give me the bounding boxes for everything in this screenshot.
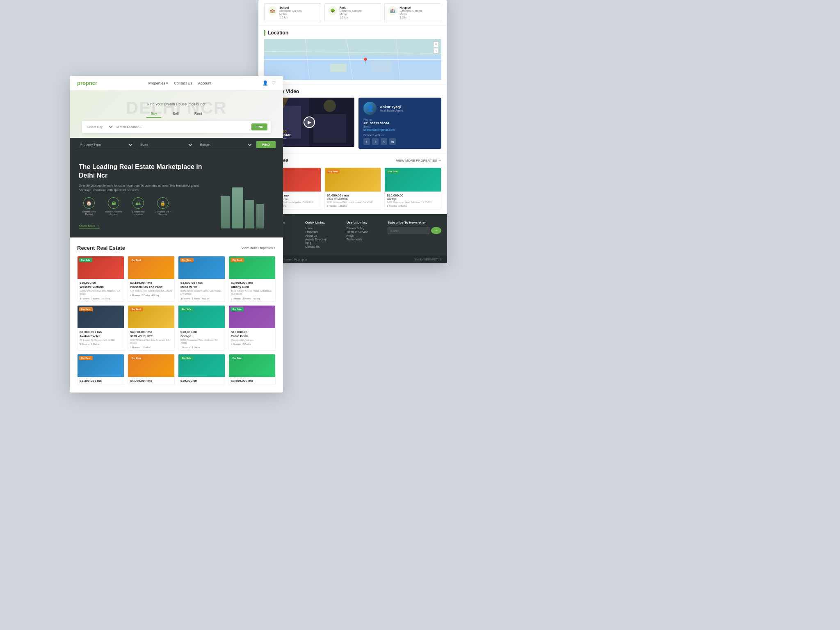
prop-name-6: Garage [180,334,223,338]
heart-icon[interactable]: ♡ [272,80,276,86]
tab-rent[interactable]: Rent [190,110,206,118]
feat-beds-2: 1 Rooms [387,205,397,207]
property-card-4[interactable]: For Rent $3,300.00 / mo Avalon Exeter 70… [77,305,124,351]
hospital-icon: 🏥 [388,6,397,15]
prop-baths-6: 1 Baths [192,346,200,349]
footer-section: ..., United States Quick Links: Home Pro… [258,214,447,256]
location-input[interactable] [116,125,250,129]
prop-name-4: Avalon Exeter [80,334,122,338]
view-more-recent[interactable]: View More Properties + [242,246,276,250]
city-select[interactable]: Select City [85,125,114,129]
instagram-icon[interactable]: i [372,138,379,145]
feat-body-1: $4,090.00 / mo 3033 WILSHIRE 3033 Wilshi… [325,192,381,209]
recent-header: Recent Real Estate View More Properties … [77,245,276,251]
property-card-2[interactable]: For Rent $3,500.00 / mo Mesa Verde 6000 … [178,256,225,302]
property-card-10[interactable]: For Sale $10,000.00 [178,354,225,385]
agent-email[interactable]: sales@webimpetus.com [363,128,436,131]
prop-details-3: 2 Rooms 2 Baths 750 sq [231,297,273,300]
school-dist: 1.2 km [279,16,301,19]
park-title: Park [340,6,362,9]
agent-name: Ankur Tyagi [380,105,403,109]
footer-link-about[interactable]: About Us [305,234,340,237]
agent-name-block: Ankur Tyagi Real Estate Agent [380,105,403,112]
quick-links-title: Quick Links: [305,221,340,224]
prop-beds-3: 2 Rooms [231,297,241,300]
feature-label-2: Exceptional Lifestyle [128,210,148,215]
footer-link-terms[interactable]: Terms of Service [347,231,382,233]
user-icon[interactable]: 👤 [262,80,268,86]
svg-rect-12 [313,114,346,143]
newsletter-title: Subscribe To Newsletter [388,221,441,224]
footer-link-agents[interactable]: Agents Directory [305,238,340,241]
newsletter-email-input[interactable] [388,227,429,234]
footer-link-faqs[interactable]: FAQs [347,234,382,237]
prop-details-1: 4 Rooms 2 Baths 460 sq [130,294,172,297]
feat-card-1[interactable]: For Rent $4,090.00 / mo 3033 WILSHIRE 30… [324,167,381,210]
prop-badge-4: For Rent [79,307,93,311]
map-zoom-in[interactable]: + [433,41,439,47]
footer-link-testimonials[interactable]: Testimonials [347,238,382,241]
nav-properties[interactable]: Properties ▾ [148,81,169,85]
property-card-5[interactable]: For Rent $4,090.00 / mo 3033 WILSHIRE 30… [128,305,175,351]
footer-link-home[interactable]: Home [305,227,340,230]
footer-link-blog[interactable]: Blog [305,242,340,244]
map-placeholder[interactable]: 📍 + − [264,39,441,80]
prop-badge-2: For Rent [180,258,194,262]
prop-img-1: For Rent [128,256,174,279]
play-button[interactable]: ▶ [304,116,315,128]
park-metro: Metro [340,13,362,16]
filter-find-button[interactable]: FIND [256,141,276,148]
prop-beds-4: 3 Rooms [80,343,89,345]
prop-beds-0: 4 Rooms [80,297,89,300]
property-card-3[interactable]: For Rent $3,500.00 / mo Albany Glen 1601… [228,256,276,302]
prop-beds-6: 1 Rooms [180,346,190,349]
prop-address-7: Placeholder Address [231,339,273,342]
property-card-9[interactable]: For Rent $4,090.00 / mo [128,354,175,385]
facebook-icon[interactable]: f [363,138,370,145]
footer-bottom: © A. All Rights Reserved My propncr Site… [258,256,447,263]
feat-card-2[interactable]: For Sale $10,000.00 Garage 9456 Popcomer… [384,167,441,210]
feature-label-3: Complete 24/7 Security [153,210,173,215]
nav-contact[interactable]: Contact Us [174,81,192,85]
newsletter-submit-button[interactable]: → [431,227,441,234]
map-zoom-out[interactable]: − [433,48,439,54]
footer-newsletter-col: Subscribe To Newsletter → [388,221,441,249]
video-layout: YOUR LOGO YOUR NAME mailing address goes… [264,98,441,149]
hero-find-button[interactable]: FIND [251,123,267,130]
linkedin-icon[interactable]: in [389,138,396,145]
footer-link-contact[interactable]: Contact Us [305,245,340,248]
sizes-select[interactable]: Sizes [137,142,194,148]
property-card-1[interactable]: For Rent $3,150.00 / mo Pinnacle On The … [128,256,175,302]
tab-sell[interactable]: Sell [169,110,183,118]
footer-quick-links-col: Quick Links: Home Properties About Us Ag… [305,221,340,249]
prop-img-0: For Sale [78,256,124,279]
footer-link-properties[interactable]: Properties [305,231,340,233]
prop-price-11: $3,500.00 / mo [231,379,273,383]
property-type-select[interactable]: Property Type [77,142,134,148]
navbar: propncr Properties ▾ Contact Us Account … [70,76,283,91]
prop-price-6: $10,000.00 [180,330,223,334]
twitter-icon[interactable]: t [381,138,387,145]
footer-link-privacy[interactable]: Privacy Policy [347,227,382,230]
video-section: Property Video YOUR LOGO [258,84,447,153]
budget-select[interactable]: Budget [197,142,253,148]
feat-details-1: 3 Rooms 1 Baths [327,205,379,207]
nearby-park: 🌳 Park Botanical Garden Metro 1.2 km [324,3,381,22]
nav-account[interactable]: Account [198,81,212,85]
prop-img-5: For Rent [128,306,174,328]
left-panel: propncr Properties ▾ Contact Us Account … [70,76,283,393]
prop-body-7: $10,000.00 Pablo Devis Placeholder Addre… [229,328,275,347]
tab-buy[interactable]: Buy [146,110,161,118]
site-logo[interactable]: propncr [77,80,97,86]
know-more-link[interactable]: Know More → [79,224,100,228]
featured-view-more[interactable]: VIEW MORE PROPERTIES → [396,159,441,162]
property-card-7[interactable]: For Sale $10,000.00 Pablo Devis Placehol… [228,305,276,351]
marketing-visual [221,163,274,228]
nav-links: Properties ▾ Contact Us Account [148,81,212,85]
property-card-11[interactable]: For Sale $3,500.00 / mo [228,354,276,385]
property-card-0[interactable]: For Sale $10,000.00 Wilshire Victoria 10… [77,256,124,302]
property-card-8[interactable]: For Rent $3,300.00 / mo [77,354,124,385]
prop-address-4: 70 Exeter St, Boston, MA 02116 [80,339,122,342]
prop-img-6: For Sale [178,306,225,328]
property-card-6[interactable]: For Sale $10,000.00 Garage 9456 Popcomer… [178,305,225,351]
